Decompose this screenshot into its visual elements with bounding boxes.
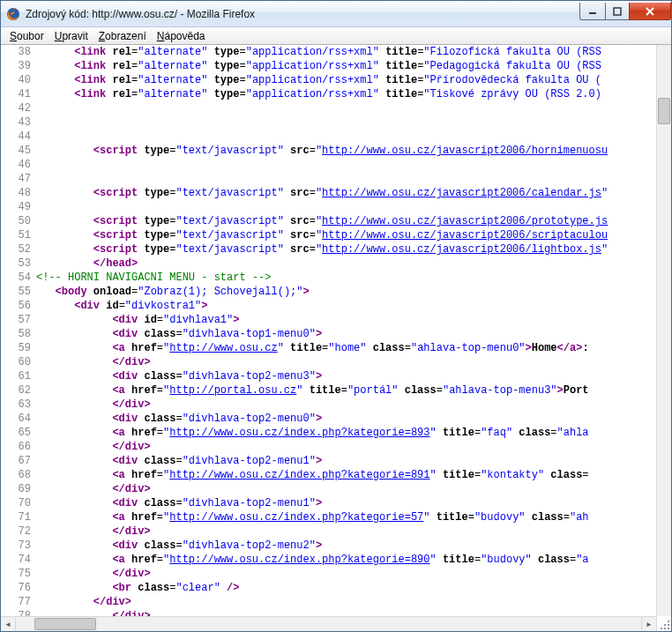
svg-rect-2 xyxy=(614,8,621,15)
firefox-icon xyxy=(6,7,20,21)
menubar: Soubor Upravit Zobrazení Nápověda xyxy=(1,27,671,45)
source-code-view[interactable]: <link rel="alternate" type="application/… xyxy=(36,45,656,616)
line-number-gutter: 38 39 40 41 42 43 44 45 46 47 48 49 50 5… xyxy=(1,45,36,616)
vertical-scroll-thumb[interactable] xyxy=(658,98,670,124)
menu-help[interactable]: Nápověda xyxy=(152,28,211,44)
horizontal-scroll-thumb[interactable] xyxy=(34,618,96,630)
menu-edit[interactable]: Upravit xyxy=(49,28,93,44)
titlebar[interactable]: Zdrojový kód: http://www.osu.cz/ - Mozil… xyxy=(1,1,671,27)
window-controls xyxy=(580,3,671,20)
svg-rect-1 xyxy=(589,12,596,14)
scroll-right-arrow[interactable]: ► xyxy=(641,617,656,631)
vertical-scrollbar[interactable] xyxy=(656,45,671,616)
resize-grip[interactable] xyxy=(659,619,670,630)
content-area: 38 39 40 41 42 43 44 45 46 47 48 49 50 5… xyxy=(1,45,671,616)
window-frame: Zdrojový kód: http://www.osu.cz/ - Mozil… xyxy=(0,0,672,632)
maximize-button[interactable] xyxy=(605,3,630,20)
menu-view[interactable]: Zobrazení xyxy=(93,28,152,44)
menu-file[interactable]: Soubor xyxy=(4,28,49,44)
horizontal-scrollbar[interactable]: ◄ ► xyxy=(1,616,656,631)
minimize-button[interactable] xyxy=(579,3,606,20)
close-button[interactable] xyxy=(629,3,671,20)
window-title: Zdrojový kód: http://www.osu.cz/ - Mozil… xyxy=(26,8,580,20)
scroll-left-arrow[interactable]: ◄ xyxy=(1,617,16,631)
